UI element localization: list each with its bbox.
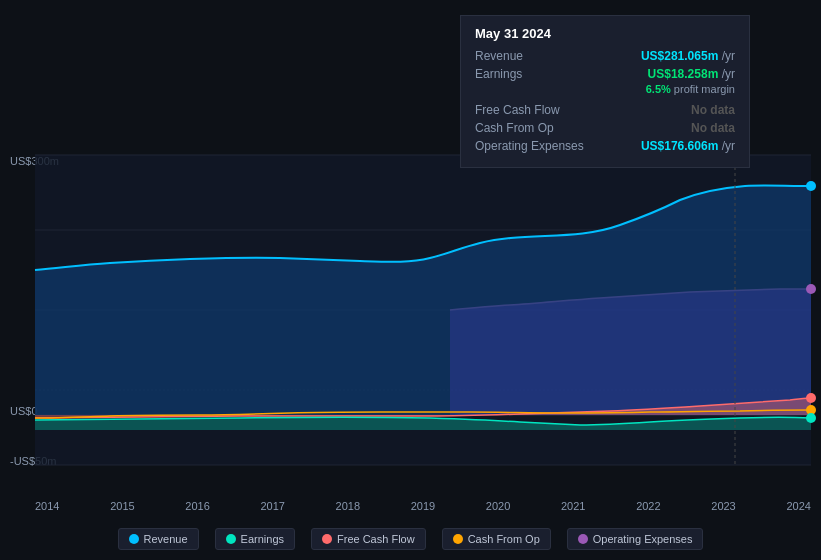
tooltip-revenue-row: Revenue US$281.065m /yr bbox=[475, 49, 735, 63]
legend-revenue-label: Revenue bbox=[144, 533, 188, 545]
chart-legend: Revenue Earnings Free Cash Flow Cash Fro… bbox=[0, 528, 821, 550]
tooltip-revenue-value: US$281.065m /yr bbox=[641, 49, 735, 63]
legend-revenue-dot bbox=[129, 534, 139, 544]
tooltip-date: May 31 2024 bbox=[475, 26, 735, 41]
legend-opex-dot bbox=[578, 534, 588, 544]
legend-earnings-label: Earnings bbox=[241, 533, 284, 545]
tooltip-fcf-row: Free Cash Flow No data bbox=[475, 103, 735, 117]
svg-point-8 bbox=[806, 284, 816, 294]
tooltip-fcf-label: Free Cash Flow bbox=[475, 103, 585, 117]
tooltip-margin-row: 6.5% profit margin bbox=[475, 85, 735, 99]
tooltip-opex-label: Operating Expenses bbox=[475, 139, 585, 153]
tooltip-earnings-label: Earnings bbox=[475, 67, 585, 81]
tooltip-opex-row: Operating Expenses US$176.606m /yr bbox=[475, 139, 735, 153]
legend-opex[interactable]: Operating Expenses bbox=[567, 528, 704, 550]
tooltip-earnings-row: Earnings US$18.258m /yr bbox=[475, 67, 735, 81]
tooltip-opex-value: US$176.606m /yr bbox=[641, 139, 735, 153]
x-label-2023: 2023 bbox=[711, 500, 735, 512]
legend-earnings[interactable]: Earnings bbox=[215, 528, 295, 550]
x-label-2015: 2015 bbox=[110, 500, 134, 512]
tooltip-cashop-value: No data bbox=[691, 121, 735, 135]
x-label-2017: 2017 bbox=[260, 500, 284, 512]
legend-opex-label: Operating Expenses bbox=[593, 533, 693, 545]
legend-fcf-dot bbox=[322, 534, 332, 544]
legend-fcf[interactable]: Free Cash Flow bbox=[311, 528, 426, 550]
tooltip-earnings-value: US$18.258m /yr bbox=[648, 67, 735, 81]
x-label-2016: 2016 bbox=[185, 500, 209, 512]
tooltip-cashop-label: Cash From Op bbox=[475, 121, 585, 135]
x-label-2022: 2022 bbox=[636, 500, 660, 512]
legend-fcf-label: Free Cash Flow bbox=[337, 533, 415, 545]
tooltip-margin-value: 6.5% profit margin bbox=[646, 83, 735, 95]
tooltip-box: May 31 2024 Revenue US$281.065m /yr Earn… bbox=[460, 15, 750, 168]
legend-cashop-label: Cash From Op bbox=[468, 533, 540, 545]
x-label-2024: 2024 bbox=[786, 500, 810, 512]
tooltip-revenue-label: Revenue bbox=[475, 49, 585, 63]
legend-earnings-dot bbox=[226, 534, 236, 544]
legend-cashop-dot bbox=[453, 534, 463, 544]
x-label-2014: 2014 bbox=[35, 500, 59, 512]
x-label-2021: 2021 bbox=[561, 500, 585, 512]
x-label-2018: 2018 bbox=[336, 500, 360, 512]
tooltip-fcf-value: No data bbox=[691, 103, 735, 117]
legend-revenue[interactable]: Revenue bbox=[118, 528, 199, 550]
chart-container: May 31 2024 Revenue US$281.065m /yr Earn… bbox=[0, 0, 821, 560]
svg-point-7 bbox=[806, 181, 816, 191]
x-label-2019: 2019 bbox=[411, 500, 435, 512]
legend-cashop[interactable]: Cash From Op bbox=[442, 528, 551, 550]
tooltip-cashop-row: Cash From Op No data bbox=[475, 121, 735, 135]
svg-point-9 bbox=[806, 393, 816, 403]
x-label-2020: 2020 bbox=[486, 500, 510, 512]
svg-point-11 bbox=[806, 413, 816, 423]
